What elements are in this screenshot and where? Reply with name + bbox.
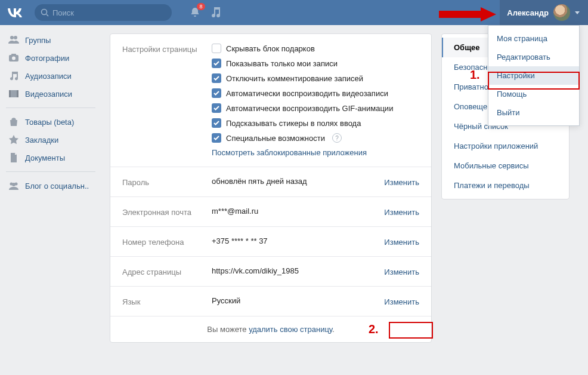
language-label: Язык [122, 296, 212, 306]
user-dropdown: Моя страницаРедактироватьНастройкиПомощь… [488, 25, 580, 126]
sidebar-item[interactable]: Блог о социальн.. [0, 177, 101, 195]
settings-checkbox-row[interactable]: Скрывать блок подарков [212, 44, 419, 53]
checkbox-icon[interactable] [212, 73, 221, 83]
settings-checkbox-row[interactable]: Автоматически воспроизводить видеозаписи [212, 88, 419, 98]
username: Александр [507, 8, 549, 17]
delete-page-note: Вы можете удалить свою страницу. [110, 316, 431, 342]
settings-checkbox-row[interactable]: Подсказывать стикеры в полях ввода [212, 118, 419, 128]
sidebar-item-label: Фотографии [25, 54, 69, 63]
annotation-number-1: 1. [470, 68, 480, 82]
users-icon [8, 35, 19, 45]
sidebar-item[interactable]: Товары (beta) [0, 113, 101, 131]
settings-checkbox-row[interactable]: Автоматически воспроизводить GIF-анимаци… [212, 103, 419, 113]
address-change-link[interactable]: Изменить [384, 266, 419, 276]
sidebar-item[interactable]: Аудиозаписи [0, 67, 101, 85]
checkbox-label: Скрывать блок подарков [226, 44, 315, 53]
svg-point-14 [12, 183, 16, 186]
settings-checkbox-row[interactable]: Показывать только мои записи [212, 59, 419, 68]
music-icon[interactable] [211, 7, 221, 19]
checkbox-label: Автоматически воспроизводить GIF-анимаци… [226, 104, 393, 113]
password-label: Пароль [122, 177, 212, 187]
user-menu-item[interactable]: Редактировать [488, 48, 579, 66]
checkbox-label: Специальные возможности [226, 134, 325, 143]
user-menu-item[interactable]: Настройки [488, 66, 579, 85]
page-settings-label: Настройки страницы [122, 44, 212, 157]
search-icon [41, 8, 49, 17]
blocked-apps-link[interactable]: Посмотреть заблокированные приложения [212, 148, 419, 157]
user-menu-toggle[interactable]: Александр [500, 0, 588, 25]
sidebar-item-label: Группы [25, 36, 51, 45]
phone-change-link[interactable]: Изменить [384, 236, 419, 247]
settings-nav-item[interactable]: Платежи и переводы [442, 176, 569, 195]
sidebar-item-label: Документы [25, 153, 65, 162]
settings-checkbox-row[interactable]: Специальные возможности? [212, 133, 419, 143]
settings-nav-item[interactable]: Настройки приложений [442, 136, 569, 156]
notifications-icon[interactable]: 8 [190, 7, 200, 19]
address-value: https://vk.com/dikiy_1985 [212, 266, 384, 276]
email-change-link[interactable]: Изменить [384, 207, 419, 217]
help-icon[interactable]: ? [332, 133, 342, 143]
sidebar-item-label: Блог о социальн.. [25, 182, 89, 190]
notif-badge: 8 [197, 3, 205, 10]
checkbox-label: Показывать только мои записи [226, 59, 338, 68]
user-menu-item[interactable]: Моя страница [488, 29, 579, 48]
settings-checkbox-row[interactable]: Отключить комментирование записей [212, 73, 419, 83]
svg-rect-11 [17, 90, 18, 97]
phone-value: +375 **** * ** 37 [212, 236, 384, 247]
sidebar-item-label: Закладки [25, 136, 58, 145]
sidebar-item-label: Видеозаписи [25, 90, 72, 99]
sidebar-item[interactable]: Фотографии [0, 49, 101, 67]
group-icon [8, 180, 19, 191]
top-header: 8 Александр [0, 0, 588, 25]
search-box[interactable] [35, 4, 172, 21]
sidebar-item[interactable]: Закладки [0, 131, 101, 149]
checkbox-icon[interactable] [212, 59, 221, 68]
settings-nav-item[interactable]: Мобильные сервисы [442, 156, 569, 176]
user-menu-item[interactable]: Выйти [488, 103, 579, 122]
svg-point-0 [42, 10, 47, 15]
password-value: обновлён пять дней назад [212, 177, 384, 187]
email-value: m***@mail.ru [212, 207, 384, 217]
vk-logo[interactable] [7, 8, 23, 17]
password-change-link[interactable]: Изменить [384, 177, 419, 187]
svg-rect-10 [9, 90, 11, 97]
user-menu-item[interactable]: Помощь [488, 85, 579, 103]
sidebar-item[interactable]: Видеозаписи [0, 85, 101, 103]
left-sidebar: ГруппыФотографииАудиозаписиВидеозаписи Т… [0, 25, 101, 343]
checkbox-icon[interactable] [212, 103, 221, 113]
doc-icon [8, 152, 19, 163]
sidebar-item-label: Товары (beta) [25, 118, 74, 127]
checkbox-icon[interactable] [212, 44, 221, 53]
language-change-link[interactable]: Изменить [384, 296, 419, 306]
svg-point-4 [10, 36, 14, 39]
checkbox-icon[interactable] [212, 133, 221, 143]
camera-icon [8, 53, 19, 63]
video-icon [8, 88, 19, 99]
svg-rect-7 [11, 54, 16, 56]
svg-point-5 [14, 36, 17, 39]
checkbox-label: Автоматически воспроизводить видеозаписи [226, 89, 388, 98]
bag-icon [8, 116, 19, 127]
checkbox-label: Подсказывать стикеры в полях ввода [226, 119, 361, 128]
phone-label: Номер телефона [122, 236, 212, 247]
music-icon [8, 70, 19, 81]
checkbox-label: Отключить комментирование записей [226, 74, 363, 83]
checkbox-icon[interactable] [212, 88, 221, 98]
annotation-number-2: 2. [369, 322, 379, 336]
sidebar-item-label: Аудиозаписи [25, 72, 72, 81]
language-value: Русский [212, 296, 384, 306]
settings-panel: Настройки страницы Скрывать блок подарко… [110, 33, 432, 343]
svg-line-1 [47, 14, 48, 16]
delete-page-link[interactable]: удалить свою страницу [249, 325, 332, 334]
star-icon [8, 134, 19, 145]
email-label: Электронная почта [122, 207, 212, 217]
sidebar-item[interactable]: Документы [0, 149, 101, 167]
chevron-down-icon [575, 11, 580, 14]
address-label: Адрес страницы [122, 266, 212, 276]
sidebar-item[interactable]: Группы [0, 31, 101, 49]
search-input[interactable] [52, 8, 160, 17]
checkbox-icon[interactable] [212, 118, 221, 128]
avatar [553, 4, 570, 21]
svg-point-8 [12, 57, 16, 60]
